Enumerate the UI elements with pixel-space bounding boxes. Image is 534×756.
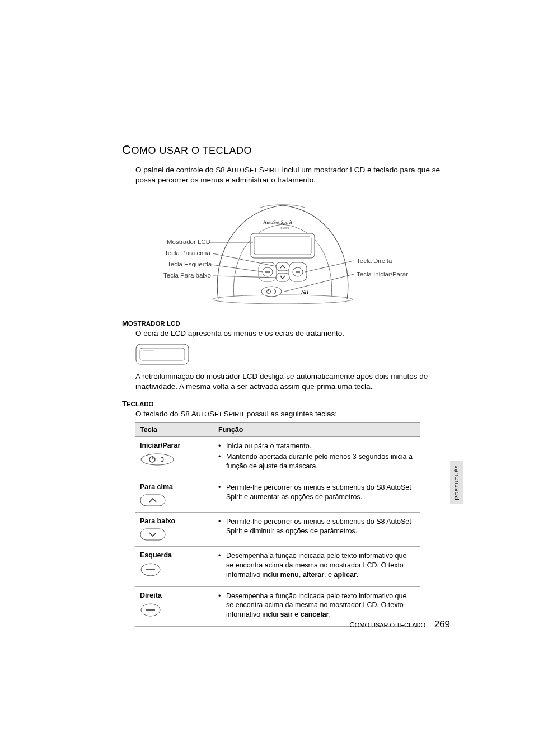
func-item: Inicia ou pára o tratamento. [218, 442, 415, 451]
svg-line-15 [212, 265, 263, 272]
page-footer: COMO USAR O TECLADO 269 [349, 619, 450, 630]
language-tab: PORTUGUÊS [450, 461, 463, 504]
lcd-mini-icon [135, 344, 189, 365]
svg-point-22 [141, 454, 174, 465]
th-key: Tecla [135, 423, 214, 437]
section-lcd-p1: O ecrã de LCD apresenta os menus e os ec… [135, 328, 449, 339]
func-item: Permite-lhe percorrer os menus e submenu… [218, 517, 415, 536]
key-name: Esquerda [140, 551, 172, 559]
leader-lines [123, 195, 449, 316]
keys-table: Tecla Função Iniciar/Parar Inicia [135, 422, 420, 627]
key-name: Para baixo [140, 517, 175, 525]
svg-line-16 [213, 276, 276, 278]
section-keyboard-heading: TECLADO [122, 400, 449, 408]
page-number: 269 [434, 619, 450, 630]
table-row: Esquerda Desempenha a função indicada pe… [135, 546, 420, 586]
func-item: Desempenha a função indicada pelo texto … [218, 591, 415, 620]
table-row: Para cima Permite-lhe percorrer os menus… [135, 478, 420, 512]
page-heading: COMO USAR O TECLADO [122, 143, 449, 157]
svg-rect-20 [140, 348, 185, 360]
key-name: Iniciar/Parar [140, 442, 180, 449]
start-stop-key-icon [140, 453, 175, 466]
up-key-icon [140, 494, 166, 506]
section-keyboard-p1: O teclado do S8 AUTOSET SPIRIT possui as… [135, 409, 449, 419]
func-item: Permite-lhe percorrer os menus e submenu… [218, 483, 415, 502]
table-row: Iniciar/Parar Inicia ou pára o tratament… [135, 437, 420, 478]
svg-rect-25 [140, 495, 165, 506]
heading-cap: C [122, 143, 131, 157]
svg-line-17 [305, 261, 354, 272]
table-row: Para baixo Permite-lhe percorrer os menu… [135, 512, 420, 546]
right-key-icon [140, 603, 161, 617]
key-name: Para cima [140, 483, 173, 491]
down-key-icon [140, 528, 166, 541]
func-item: Desempenha a função indicada pelo texto … [218, 551, 415, 580]
svg-rect-26 [140, 529, 165, 540]
svg-line-18 [284, 274, 354, 292]
device-diagram: AutoSet Spirit ResMed S8 Mostrado [123, 195, 449, 316]
svg-line-14 [213, 253, 276, 266]
func-item: Mantendo apertada durante pelo menos 3 s… [218, 452, 415, 471]
key-name: Direita [140, 591, 162, 599]
th-func: Função [214, 423, 420, 437]
left-key-icon [140, 562, 161, 577]
section-lcd-p2: A retroiluminação do mostrador LCD desli… [135, 372, 449, 392]
intro-paragraph: O painel de controle do S8 AUTOSET SPIRI… [135, 165, 449, 185]
heading-rest: OMO USAR O TECLADO [131, 145, 252, 156]
section-lcd-heading: MOSTRADOR LCD [122, 319, 449, 327]
